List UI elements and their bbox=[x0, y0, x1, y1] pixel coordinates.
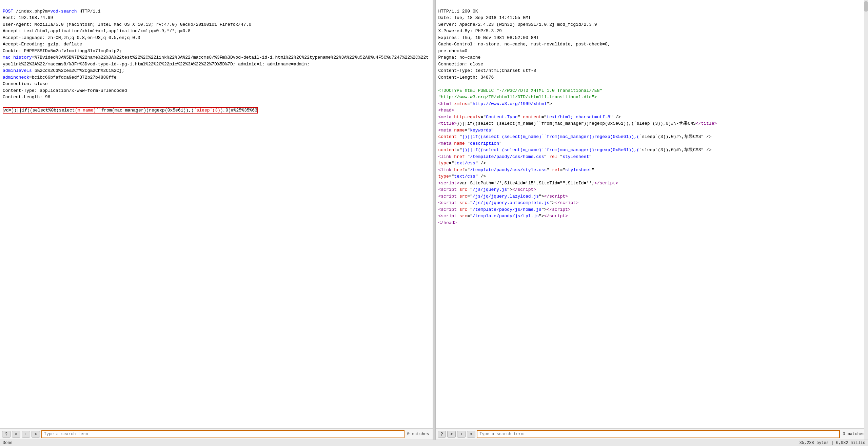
right-scrollbar-thumb bbox=[864, 1, 868, 12]
left-prev-button[interactable]: < bbox=[12, 431, 20, 438]
right-prev-button[interactable]: < bbox=[447, 431, 456, 438]
right-next-button[interactable]: > bbox=[467, 431, 475, 438]
left-next-plain-button[interactable]: + bbox=[22, 431, 30, 438]
cookie-admincheck: admincheck bbox=[3, 75, 29, 80]
request-param: vod-search bbox=[50, 9, 77, 14]
doctype-comment: <!DOCTYPE html PUBLIC "-//W3C//DTD XHTML… bbox=[438, 88, 603, 100]
right-search-bar: ? < + > 0 matches bbox=[436, 428, 868, 440]
cookie-adminlevels-val: =b%2Cc%2Cd%2Ce%2Cf%2Cg%2Ch%2Ci%2Cj; bbox=[32, 68, 124, 73]
pane-divider[interactable] bbox=[433, 0, 436, 440]
status-left: Done bbox=[3, 441, 13, 445]
left-pane: POST /index.php?m=vod-search HTTP/1.1 Ho… bbox=[0, 0, 433, 440]
http-version: HTTP/1.1 Host: 192.168.74.69 User-Agent:… bbox=[3, 9, 251, 54]
cookie-mac-history-val: =%7Bvideo%3A%5B%7B%22name%22%3A%22test%2… bbox=[3, 55, 429, 67]
left-search-bar: ? < + > 0 matches bbox=[0, 428, 433, 440]
status-right: 35,238 bytes | 6,082 millis bbox=[800, 441, 865, 445]
right-next-plain-button[interactable]: + bbox=[457, 431, 466, 438]
response-status: HTTP/1.1 200 OK Date: Tue, 18 Sep 2018 1… bbox=[438, 9, 610, 80]
status-bar: Done 35,238 bytes | 6,082 millis bbox=[0, 440, 868, 446]
left-next-button[interactable]: > bbox=[32, 431, 40, 438]
http-method: POST bbox=[3, 9, 13, 14]
left-search-input[interactable] bbox=[41, 430, 405, 438]
left-help-button[interactable]: ? bbox=[2, 431, 11, 438]
left-pane-content[interactable]: POST /index.php?m=vod-search HTTP/1.1 Ho… bbox=[0, 0, 433, 428]
html-tag: <html bbox=[438, 101, 452, 106]
right-search-input[interactable] bbox=[477, 430, 840, 438]
right-help-button[interactable]: ? bbox=[438, 431, 446, 438]
left-match-count: 0 matches bbox=[406, 432, 431, 437]
request-path: /index.php?m= bbox=[13, 9, 50, 14]
right-match-count: 0 matches bbox=[841, 432, 866, 437]
right-pane: HTTP/1.1 200 OK Date: Tue, 18 Sep 2018 1… bbox=[436, 0, 868, 440]
sql-injection-highlight: vd=))||if((select%0b(select(m_name)``fro… bbox=[3, 107, 258, 114]
right-scrollbar[interactable] bbox=[864, 0, 868, 440]
right-pane-content[interactable]: HTTP/1.1 200 OK Date: Tue, 18 Sep 2018 1… bbox=[436, 0, 868, 428]
cookie-adminlevels: adminlevels bbox=[3, 68, 32, 73]
cookie-mac-history: mac_history bbox=[3, 55, 32, 60]
